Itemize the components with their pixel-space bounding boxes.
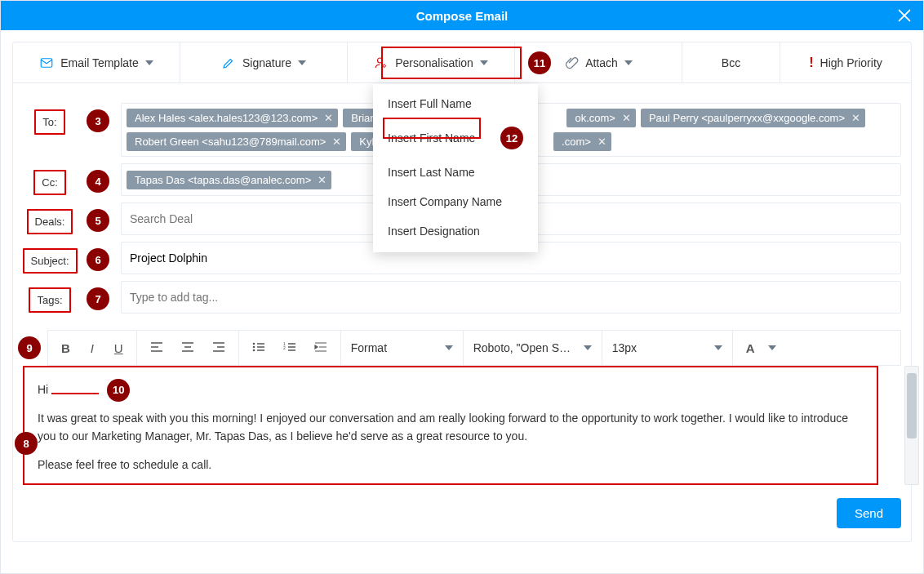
bcc-button[interactable]: Bcc [682, 42, 780, 82]
annotation-badge: 6 [87, 248, 109, 271]
personalisation-dropdown[interactable]: Personalisation [348, 42, 515, 82]
menu-insert-full-name[interactable]: Insert Full Name [373, 89, 538, 118]
recipient-chip[interactable]: Paul Perry <paulperryxx@xxgoogle.com>✕ [641, 109, 865, 127]
annotation-badge: 10 [107, 379, 130, 402]
chip-remove-icon[interactable]: ✕ [622, 112, 631, 124]
signature-label: Signature [242, 56, 291, 69]
font-size-select[interactable]: 13px [602, 331, 733, 365]
svg-rect-0 [42, 58, 53, 67]
chip-remove-icon[interactable]: ✕ [332, 136, 341, 148]
chevron-down-icon [480, 60, 488, 65]
format-select[interactable]: Format [341, 331, 464, 365]
italic-button[interactable]: I [83, 338, 101, 358]
email-template-label: Email Template [60, 56, 138, 69]
chevron-down-icon [714, 345, 722, 350]
to-label: To: [34, 109, 64, 135]
placeholder-mark [51, 393, 99, 394]
email-body-editor[interactable]: Hi 10 It was great to speak with you thi… [23, 366, 878, 485]
high-priority-button[interactable]: ! High Priority [780, 42, 911, 82]
svg-point-3 [252, 342, 255, 345]
indent-button[interactable] [309, 338, 332, 358]
recipient-chip[interactable]: Robert Green <sahu123@789mail.com>✕ [127, 132, 346, 151]
align-center-button[interactable] [176, 338, 199, 358]
chip-remove-icon[interactable]: ✕ [318, 174, 327, 186]
scrollbar-thumb[interactable] [907, 373, 917, 438]
svg-point-1 [378, 58, 383, 63]
recipient-chip[interactable]: Tapas Das <tapas.das@analec.com>✕ [127, 171, 331, 189]
tags-input-wrap[interactable] [121, 281, 901, 314]
person-settings-icon [374, 56, 389, 70]
paperclip-icon [564, 56, 579, 70]
annotation-badge: 8 [15, 432, 38, 455]
svg-point-2 [383, 65, 385, 67]
tags-input[interactable] [130, 291, 892, 304]
dialog-title: Compose Email [416, 9, 509, 23]
bcc-label: Bcc [722, 56, 740, 69]
priority-label: High Priority [820, 56, 882, 69]
compose-toolbar: Email Template Signature Personalisation [13, 42, 911, 83]
svg-text:2: 2 [283, 345, 286, 350]
annotation-badge: 11 [528, 51, 551, 74]
chevron-down-icon [584, 345, 592, 350]
align-left-button[interactable] [145, 338, 168, 358]
attach-label: Attach [585, 56, 618, 69]
email-template-dropdown[interactable]: Email Template [13, 42, 180, 82]
send-button[interactable]: Send [837, 498, 901, 528]
menu-insert-designation[interactable]: Insert Designation [373, 216, 538, 246]
align-right-button[interactable] [207, 338, 230, 358]
chevron-down-icon [624, 60, 633, 65]
chevron-down-icon [768, 345, 776, 350]
recipient-chip[interactable]: Alex Hales <alex.hales123@123.com>✕ [127, 109, 338, 127]
chip-remove-icon[interactable]: ✕ [597, 136, 606, 148]
svg-point-4 [252, 345, 255, 348]
annotation-badge: 4 [87, 170, 109, 193]
cc-label: Cc: [33, 170, 66, 195]
close-icon[interactable] [895, 7, 913, 24]
body-paragraph: Please feel free to schedule a call. [38, 456, 864, 474]
editor-scrollbar[interactable] [904, 366, 919, 485]
annotation-badge: 5 [87, 209, 109, 232]
svg-point-5 [252, 349, 255, 351]
chevron-down-icon [445, 345, 453, 350]
signature-icon [221, 56, 236, 70]
personalisation-menu: Insert Full Name Insert First Name 12 In… [373, 84, 538, 252]
ordered-list-button[interactable]: 12 [278, 338, 301, 358]
greeting-text: Hi [38, 381, 48, 399]
menu-insert-company-name[interactable]: Insert Company Name [373, 187, 538, 216]
menu-insert-last-name[interactable]: Insert Last Name [373, 158, 538, 187]
subject-label: Subject: [23, 248, 78, 274]
chevron-down-icon [145, 60, 153, 65]
priority-icon: ! [809, 56, 813, 70]
annotation-badge: 12 [500, 127, 523, 149]
chip-remove-icon[interactable]: ✕ [324, 112, 333, 124]
text-color-button[interactable]: A [741, 338, 760, 358]
tags-label: Tags: [29, 287, 70, 313]
underline-button[interactable]: U [109, 338, 128, 358]
font-select[interactable]: Roboto, "Open S… [464, 331, 602, 365]
bold-button[interactable]: B [56, 338, 75, 358]
annotation-badge: 7 [87, 287, 109, 310]
recipient-chip[interactable]: ok.com>✕ [566, 109, 636, 127]
annotation-badge: 9 [18, 336, 41, 359]
rte-toolbar: B I U [47, 330, 901, 366]
chevron-down-icon [298, 60, 306, 65]
recipient-chip[interactable]: .com>✕ [553, 132, 611, 151]
deals-label: Deals: [27, 209, 73, 234]
signature-dropdown[interactable]: Signature [180, 42, 348, 82]
menu-insert-first-name[interactable]: Insert First Name 12 [373, 118, 538, 158]
chip-remove-icon[interactable]: ✕ [851, 112, 860, 124]
unordered-list-button[interactable] [247, 338, 270, 358]
annotation-badge: 3 [87, 109, 109, 132]
dialog-header: Compose Email [1, 1, 923, 30]
personalisation-label: Personalisation [395, 56, 473, 69]
body-paragraph: It was great to speak with you this morn… [38, 410, 864, 445]
template-icon [39, 56, 54, 70]
subject-input[interactable] [130, 251, 892, 265]
